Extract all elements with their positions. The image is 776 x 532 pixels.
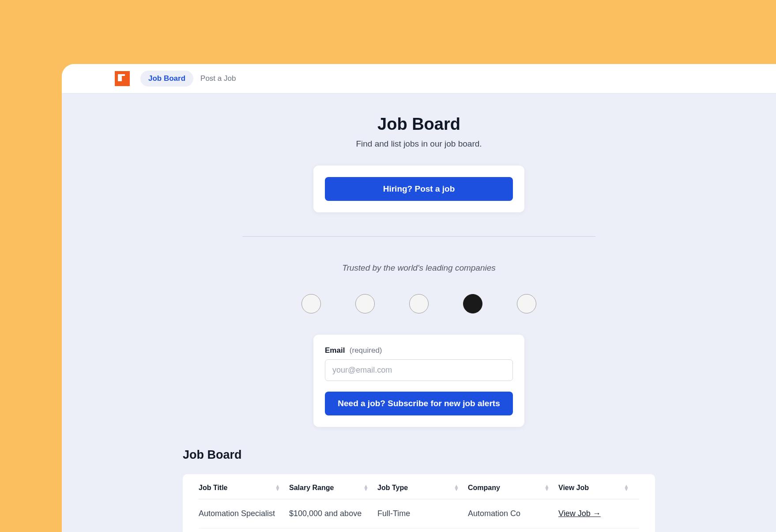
table-header: Job Title ▲▼ Salary Range ▲▼ Job Type ▲▼… xyxy=(199,474,639,499)
company-logo-4 xyxy=(463,294,482,313)
sort-icon: ▲▼ xyxy=(363,485,369,491)
sort-icon: ▲▼ xyxy=(544,485,550,491)
email-required: (required) xyxy=(350,346,382,355)
th-job-title[interactable]: Job Title ▲▼ xyxy=(199,484,289,492)
section-title: Job Board xyxy=(183,448,655,462)
company-logo-5 xyxy=(517,294,536,313)
th-salary-label: Salary Range xyxy=(289,484,334,492)
company-logo-1 xyxy=(301,294,321,313)
app-window: Job Board Post a Job Job Board Find and … xyxy=(62,64,776,532)
post-job-card: Hiring? Post a job xyxy=(313,166,524,212)
th-company[interactable]: Company ▲▼ xyxy=(468,484,558,492)
th-view-job-label: View Job xyxy=(558,484,589,492)
company-logo-3 xyxy=(409,294,429,313)
cell-company: Automation Co xyxy=(468,509,558,518)
view-job-link[interactable]: View Job → xyxy=(558,509,601,518)
page-subtitle: Find and list jobs in our job board. xyxy=(62,139,776,149)
email-input[interactable] xyxy=(325,359,513,381)
cell-salary: $100,000 and above xyxy=(289,509,377,518)
sort-icon: ▲▼ xyxy=(275,485,280,491)
job-table: Job Title ▲▼ Salary Range ▲▼ Job Type ▲▼… xyxy=(183,474,655,532)
job-board-section: Job Board Job Title ▲▼ Salary Range ▲▼ J… xyxy=(183,448,655,532)
email-label: Email xyxy=(325,346,345,355)
sort-icon: ▲▼ xyxy=(624,485,629,491)
company-logos xyxy=(62,294,776,313)
sort-icon: ▲▼ xyxy=(454,485,459,491)
cell-job-title: Automation Specialist xyxy=(199,509,289,518)
th-job-type-label: Job Type xyxy=(377,484,408,492)
company-logo-2 xyxy=(355,294,375,313)
page-title: Job Board xyxy=(62,115,776,134)
th-salary[interactable]: Salary Range ▲▼ xyxy=(289,484,377,492)
logo-icon[interactable] xyxy=(115,71,130,86)
cell-job-type: Full-Time xyxy=(377,509,468,518)
trusted-by-text: Trusted by the world's leading companies xyxy=(62,263,776,273)
th-view-job[interactable]: View Job ▲▼ xyxy=(558,484,638,492)
subscribe-button[interactable]: Need a job? Subscribe for new job alerts xyxy=(325,392,513,415)
th-job-type[interactable]: Job Type ▲▼ xyxy=(377,484,468,492)
table-row: Automation Specialist $100,000 and above… xyxy=(199,499,639,528)
cell-view-job: View Job → xyxy=(558,509,638,518)
nav-post-job[interactable]: Post a Job xyxy=(200,74,236,83)
th-job-title-label: Job Title xyxy=(199,484,228,492)
nav-job-board[interactable]: Job Board xyxy=(140,71,193,87)
post-job-button[interactable]: Hiring? Post a job xyxy=(325,177,513,201)
th-company-label: Company xyxy=(468,484,500,492)
table-row: Graphic Designer $50,000 - $74,999 Contr… xyxy=(199,528,639,532)
header-bar: Job Board Post a Job xyxy=(62,64,776,94)
subscribe-card: Email (required) Need a job? Subscribe f… xyxy=(313,335,524,427)
main-content: Job Board Find and list jobs in our job … xyxy=(62,94,776,532)
divider xyxy=(242,236,595,237)
